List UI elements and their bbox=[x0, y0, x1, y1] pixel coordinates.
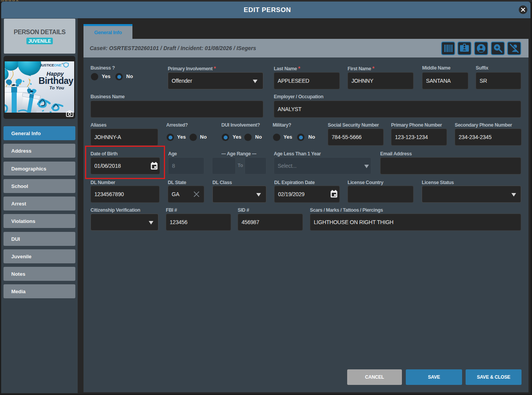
svg-text:JUSTICEONE: JUSTICEONE bbox=[40, 63, 61, 67]
svg-text:To You: To You bbox=[49, 85, 64, 90]
svg-text:Birthday: Birthday bbox=[38, 76, 73, 86]
